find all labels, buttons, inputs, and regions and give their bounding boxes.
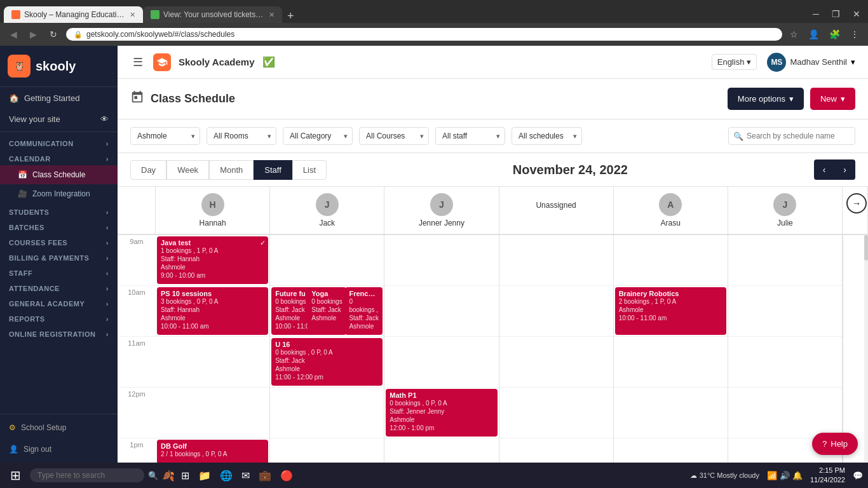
battery-icon[interactable]: 🔔 bbox=[792, 471, 803, 480]
event-ps-10-sessions[interactable]: PS 10 sessions 3 bookings , 0 P, 0 A Sta… bbox=[157, 287, 268, 335]
jenner-11am-row bbox=[384, 337, 498, 388]
event-u16-loc: Ashmole bbox=[275, 365, 379, 373]
schedule-header: H Hannah J Jack J Jenner Jenny Unassigne… bbox=[118, 187, 868, 235]
jack-12pm-row bbox=[270, 388, 384, 438]
sidebar-section-communication: COMMUNICATION › bbox=[0, 135, 118, 150]
next-date-button[interactable]: › bbox=[834, 159, 855, 180]
next-staff-button[interactable]: → bbox=[846, 193, 867, 214]
language-label: English bbox=[717, 57, 745, 67]
clock-time: 2:15 PM bbox=[810, 466, 845, 475]
sidebar-section-batches[interactable]: BATCHES › bbox=[0, 219, 118, 234]
getting-started-label: Getting Started bbox=[24, 93, 79, 103]
tab-staff[interactable]: Staff bbox=[254, 160, 292, 180]
refresh-button[interactable]: ↻ bbox=[46, 28, 61, 41]
schedules-filter[interactable]: All schedules bbox=[512, 127, 582, 145]
prev-date-button[interactable]: ‹ bbox=[814, 159, 835, 180]
sidebar-section-courses-fees[interactable]: COURSES FEES › bbox=[0, 234, 118, 249]
sidebar-section-online-reg[interactable]: ONLINE REGISTRATION › bbox=[0, 325, 118, 341]
rooms-filter[interactable]: All Rooms bbox=[207, 127, 276, 145]
more-options-dropdown-icon: ▾ bbox=[789, 94, 794, 104]
notification-button[interactable]: 💬 bbox=[853, 471, 863, 480]
location-filter[interactable]: Ashmole bbox=[130, 127, 200, 145]
sidebar-item-school-setup[interactable]: ⚙ School Setup bbox=[0, 417, 118, 438]
event-brainery[interactable]: Brainery Robotics 2 bookings , 1 P, 0 A … bbox=[615, 287, 726, 335]
courses-filter[interactable]: All Courses bbox=[359, 127, 429, 145]
help-button[interactable]: ? Help bbox=[812, 433, 858, 455]
more-options-button[interactable]: More options ▾ bbox=[728, 88, 804, 110]
taskbar-chrome-button[interactable]: 🔴 bbox=[278, 467, 295, 484]
taskbar-icons: ⊞ 📁 🌐 ✉ 💼 🔴 bbox=[179, 467, 295, 484]
tab-close-tickets[interactable]: ✕ bbox=[269, 11, 275, 19]
unassigned-11am-row bbox=[499, 337, 613, 388]
back-button[interactable]: ◀ bbox=[6, 28, 21, 41]
sidebar-item-getting-started[interactable]: 🏠 Getting Started bbox=[0, 87, 118, 109]
tab-close-skooly[interactable]: ✕ bbox=[130, 11, 135, 19]
sidebar-section-calendar[interactable]: CALENDAR › bbox=[0, 150, 118, 165]
sidebar-section-reports[interactable]: REPORTS › bbox=[0, 310, 118, 325]
sidebar-item-class-schedule[interactable]: 📅 Class Schedule bbox=[0, 165, 118, 184]
bookmark-icon[interactable]: ☆ bbox=[787, 28, 801, 41]
event-french-lev[interactable]: French Lev 0 bookings , Staff: Jack Ashm… bbox=[345, 287, 383, 335]
taskbar-mail-button[interactable]: ✉ bbox=[239, 467, 252, 484]
minimize-button[interactable]: ─ bbox=[809, 8, 823, 20]
jack-1pm-row bbox=[270, 438, 384, 463]
event-u16[interactable]: U 16 0 bookings , 0 P, 0 A Staff: Jack A… bbox=[271, 338, 383, 386]
time-column: 9am 10am 11am 12pm 1pm bbox=[118, 235, 156, 463]
new-tab-button[interactable]: + bbox=[282, 10, 299, 23]
browser-tab-skooly[interactable]: Skooly – Managing Educational ... ✕ bbox=[4, 6, 143, 23]
event-db-golf[interactable]: DB Golf 2 / 1 bookings , 0 P, 0 A bbox=[157, 440, 268, 463]
network-icon[interactable]: 📶 bbox=[767, 471, 777, 480]
settings-icon[interactable]: ⋮ bbox=[848, 28, 862, 41]
tab-day[interactable]: Day bbox=[130, 160, 166, 180]
tab-month[interactable]: Month bbox=[209, 160, 254, 180]
category-filter[interactable]: All Category bbox=[283, 127, 353, 145]
tab-week[interactable]: Week bbox=[166, 160, 209, 180]
taskbar-start-button[interactable]: ⊞ bbox=[5, 465, 26, 485]
event-u16-detail: 0 bookings , 0 P, 0 A bbox=[275, 348, 379, 356]
gear-icon: ⚙ bbox=[9, 423, 16, 432]
tab-list[interactable]: List bbox=[292, 160, 327, 180]
scroll-col bbox=[843, 235, 868, 463]
hamburger-button[interactable]: ☰ bbox=[130, 53, 146, 72]
academy-badge bbox=[153, 53, 171, 71]
taskbar-teams-button[interactable]: 💼 bbox=[256, 467, 274, 484]
sidebar-section-billing[interactable]: BILLING & PAYMENTS › bbox=[0, 249, 118, 264]
jack-9am-row bbox=[270, 235, 384, 286]
taskbar-edge-button[interactable]: 🌐 bbox=[217, 467, 235, 484]
taskbar-store-button[interactable]: ⊞ bbox=[179, 467, 192, 484]
user-dropdown[interactable]: MS Madhav Senthil ▾ bbox=[767, 53, 855, 72]
sidebar-section-students[interactable]: STUDENTS › bbox=[0, 203, 118, 219]
staff-filter[interactable]: All staff bbox=[435, 127, 505, 145]
school-setup-label: School Setup bbox=[21, 423, 66, 432]
close-browser-button[interactable]: ✕ bbox=[849, 8, 864, 20]
sidebar-item-sign-out[interactable]: 👤 Sign out bbox=[0, 438, 118, 460]
taskbar-explorer-button[interactable]: 📁 bbox=[196, 467, 214, 484]
courses-filter-wrap: All Courses bbox=[359, 127, 429, 145]
event-yoga[interactable]: Yoga 0 bookings Staff: Jack Ashmole bbox=[308, 287, 346, 335]
profile-icon[interactable]: 👤 bbox=[806, 28, 822, 41]
event-u16-title: U 16 bbox=[275, 341, 379, 348]
restore-button[interactable]: ❐ bbox=[828, 8, 844, 20]
volume-icon[interactable]: 🔊 bbox=[780, 471, 790, 480]
sidebar-item-zoom-integration[interactable]: 🎥 Zoom Integration bbox=[0, 184, 118, 203]
sidebar-section-attendance[interactable]: ATTENDANCE › bbox=[0, 280, 118, 295]
language-selector[interactable]: English ▾ bbox=[712, 54, 757, 70]
url-bar[interactable]: 🔒 getskooly.com/skoolyweb/#/class/schedu… bbox=[66, 28, 782, 41]
sidebar-divider-2 bbox=[0, 414, 118, 414]
schedule-search-input[interactable] bbox=[728, 127, 855, 145]
arasu-11am-row bbox=[614, 337, 728, 388]
event-french-detail: 0 bookings , bbox=[349, 297, 379, 314]
sidebar-section-staff[interactable]: STAFF › bbox=[0, 264, 118, 280]
sidebar-item-view-site[interactable]: View your site 👁 bbox=[0, 109, 118, 129]
sidebar-section-general[interactable]: GENERAL ACADEMY › bbox=[0, 295, 118, 310]
students-arrow-icon: › bbox=[106, 208, 109, 216]
forward-button[interactable]: ▶ bbox=[26, 28, 41, 41]
taskbar-search-input[interactable] bbox=[30, 468, 144, 482]
event-java-test[interactable]: Java test ✓ 1 bookings , 1 P, 0 A Staff:… bbox=[157, 236, 268, 284]
event-math-p1[interactable]: Math P1 0 bookings , 0 P, 0 A Staff: Jen… bbox=[386, 389, 497, 437]
new-button[interactable]: New ▾ bbox=[810, 88, 855, 110]
extensions-icon[interactable]: 🧩 bbox=[827, 28, 843, 41]
location-filter-wrap: Ashmole bbox=[130, 127, 200, 145]
browser-tab-tickets[interactable]: View: Your unsolved tickets – Sko... ✕ bbox=[143, 6, 282, 23]
staff-name-hannah: Hannah bbox=[159, 219, 266, 227]
